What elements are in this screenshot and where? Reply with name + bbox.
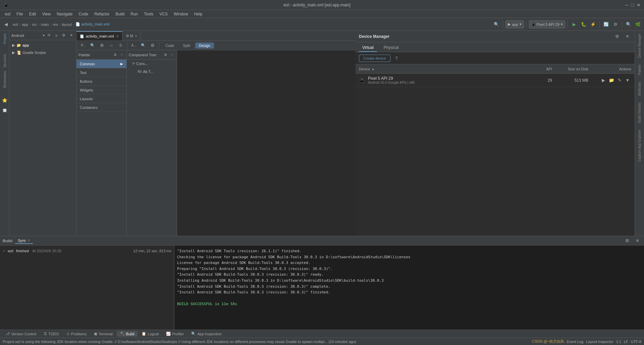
tab-problems[interactable]: ⚠ Problems (63, 331, 90, 337)
breadcrumb-res[interactable]: res (53, 22, 58, 26)
breadcrumb-main[interactable]: main (41, 22, 49, 26)
build-tab-close[interactable]: ✕ (28, 238, 30, 242)
tab-virtual[interactable]: Virtual (359, 44, 377, 52)
menu-code[interactable]: Code (76, 11, 91, 17)
tab-version-control[interactable]: ⎇ Version Control (2, 331, 40, 337)
tab-activity-main[interactable]: 📄 activity_main.xml ✕ (76, 31, 122, 41)
menu-window[interactable]: Window (171, 11, 191, 17)
design-view-btn[interactable]: Design (195, 43, 214, 49)
breadcrumb-app[interactable]: app (22, 22, 28, 26)
palette-category-widgets[interactable]: Widgets (76, 86, 126, 94)
sidebar-bookmarks-icon[interactable]: Bookmarks (1, 70, 9, 89)
menu-refactor[interactable]: Refactor (92, 11, 112, 17)
menu-tools[interactable]: Tools (141, 11, 156, 17)
status-encoding[interactable]: UTF-8 (631, 340, 641, 344)
tree-item-app[interactable]: ▶ 📁 app (9, 42, 76, 49)
close-btn[interactable]: ✕ (637, 2, 641, 8)
menu-run[interactable]: Run (128, 11, 141, 17)
minimize-btn[interactable]: ─ (625, 2, 629, 8)
tab-app-inspection[interactable]: 🔍 App Inspection (188, 331, 225, 337)
tab-close-btn[interactable]: ✕ (116, 34, 119, 38)
build-tab-sync[interactable]: Sync ✕ (15, 238, 33, 244)
project-close-btn[interactable]: ✕ (68, 32, 74, 39)
device-manager-settings-btn[interactable]: ⚙ (613, 32, 621, 41)
menu-help[interactable]: Help (192, 11, 205, 17)
comp-tree-item-abt[interactable]: Ab Ab T... (132, 68, 177, 76)
device-row-pixel5[interactable]: 📱 Pixel 5 API 29 Android 10.0 Google API… (356, 74, 635, 87)
device-launch-btn[interactable]: ▶ (600, 77, 607, 84)
palette-category-buttons[interactable]: Buttons (76, 77, 126, 86)
attrs-search-btn[interactable]: 🔍 (139, 42, 147, 50)
run-btn[interactable]: ▶ (570, 20, 578, 28)
toolbar-search-btn[interactable]: 🔍 (492, 20, 500, 28)
palette-category-layouts[interactable]: Layouts (76, 94, 126, 103)
tab-terminal[interactable]: ▣ Terminal (91, 331, 116, 337)
tab-m[interactable]: ⚙ M ▾ (122, 31, 141, 41)
device-config-dropdown[interactable]: 📱 Pixel 5 API 29 ▾ (529, 20, 566, 28)
attrs-settings-btn[interactable]: ⚙ (149, 42, 157, 50)
sync-btn[interactable]: 🔄 (602, 20, 610, 28)
palette-category-text[interactable]: Text (76, 68, 126, 77)
status-event-log[interactable]: Event Log (567, 340, 584, 344)
breadcrumb-layout[interactable]: layout (62, 22, 71, 26)
editor-minimize-btn[interactable]: ─ (107, 42, 115, 50)
project-expand-btn[interactable]: ⚙ (61, 32, 67, 39)
search-everywhere-btn[interactable]: 🔍 (625, 20, 633, 28)
palette-settings-btn[interactable]: ⚙ (112, 52, 118, 58)
attrs-icon-btn[interactable]: A... (130, 42, 138, 50)
build-panel-close-btn[interactable]: ✕ (633, 237, 641, 245)
device-more-btn[interactable]: ▼ (624, 77, 631, 84)
menu-file[interactable]: File (14, 11, 25, 17)
device-manager-close-btn[interactable]: ✕ (623, 32, 631, 41)
sidebar-structure-icon[interactable]: Structure (1, 53, 9, 69)
tab-m-close-btn[interactable]: ▾ (135, 34, 137, 38)
window-controls[interactable]: ─ □ ✕ (625, 2, 641, 8)
editor-search-btn[interactable]: 🔍 (89, 42, 97, 50)
build-item-finished[interactable]: ✓ wzl: finished At 2022/6/6 20:26 12 min… (1, 247, 173, 255)
tab-profiler[interactable]: 📈 Profiler (163, 331, 187, 337)
tab-logcat[interactable]: 📋 Logcat (138, 331, 162, 337)
profile-btn[interactable]: ⚡ (589, 20, 597, 28)
breadcrumb-src[interactable]: src (32, 22, 37, 26)
right-panel-attributes[interactable]: Attributes (637, 80, 642, 97)
tree-item-gradle[interactable]: ▶ 📜 Gradle Scripts (9, 49, 76, 56)
back-button[interactable]: ◀ (2, 20, 10, 28)
menu-edit[interactable]: Edit (26, 11, 39, 17)
project-collapse-btn[interactable]: ≡ (53, 32, 59, 39)
menu-build[interactable]: Build (113, 11, 127, 17)
device-help-btn[interactable]: ? (392, 54, 400, 62)
status-line-ending[interactable]: LF (624, 340, 628, 344)
device-edit-btn[interactable]: ✎ (616, 77, 623, 84)
right-panel-palette[interactable]: Palette (637, 63, 642, 76)
split-view-btn[interactable]: Split (179, 43, 194, 49)
tab-build[interactable]: 🔨 Build (117, 331, 138, 337)
menu-vcs[interactable]: VCS (157, 11, 170, 17)
breadcrumb-file[interactable]: 📄 activity_main.xml (75, 22, 109, 26)
sidebar-favorites-icon[interactable]: ⭐ (1, 96, 9, 105)
editor-expand-btn[interactable]: D (117, 42, 125, 50)
menu-wzl[interactable]: wzl (2, 11, 13, 17)
debug-btn[interactable]: 🐛 (580, 20, 588, 28)
right-panel-app-explorer[interactable]: Capture App Explorer (637, 128, 642, 163)
comp-tree-item-cons[interactable]: ⟳ Cons... (127, 60, 177, 68)
palette-category-containers[interactable]: Containers (76, 103, 126, 112)
status-layout-inspector[interactable]: Layout Inspector (586, 340, 613, 344)
create-device-btn[interactable]: Create device (359, 55, 390, 62)
menu-navigate[interactable]: Navigate (54, 11, 75, 17)
right-panel-device-manager[interactable]: Device Manager (637, 32, 642, 59)
android-dropdown-icon[interactable]: ▾ (43, 33, 45, 37)
palette-icon-btn[interactable]: P... (79, 42, 87, 50)
comp-tree-minimize-btn[interactable]: ─ (169, 52, 175, 58)
sidebar-todo-icon[interactable]: 🔲 (1, 107, 9, 115)
sidebar-project-icon[interactable]: Project (1, 32, 9, 45)
breadcrumb-wzl[interactable]: wzl (13, 22, 18, 26)
build-panel-settings-btn[interactable]: ⚙ (623, 237, 631, 245)
maximize-btn[interactable]: □ (631, 2, 634, 8)
menu-view[interactable]: View (39, 11, 53, 17)
comp-tree-settings-btn[interactable]: ⚙ (163, 52, 168, 58)
palette-category-common[interactable]: Common ▶ (76, 60, 126, 68)
tab-todo[interactable]: ☰ TODO (40, 331, 62, 337)
device-folder-btn[interactable]: 📁 (608, 77, 615, 84)
code-view-btn[interactable]: Code (162, 43, 178, 49)
git-btn[interactable]: 🌿 (634, 20, 642, 28)
